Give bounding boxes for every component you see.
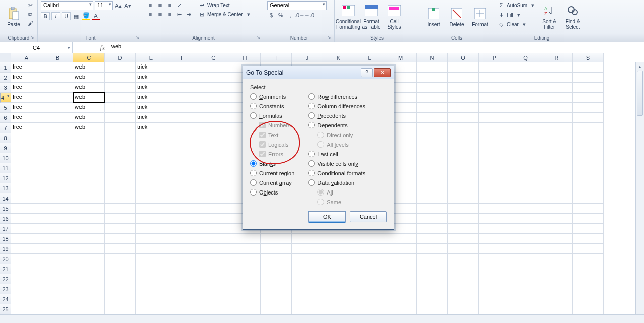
cell[interactable] xyxy=(510,264,541,274)
cell[interactable] xyxy=(73,183,105,193)
option-visible[interactable]: Visible cells only xyxy=(308,160,365,167)
cell[interactable] xyxy=(136,244,167,254)
cell[interactable] xyxy=(448,294,479,304)
cell[interactable] xyxy=(11,143,42,153)
option-datavalid[interactable]: Data validation xyxy=(308,179,365,186)
cell[interactable] xyxy=(42,62,73,73)
cancel-button[interactable]: Cancel xyxy=(350,211,387,222)
cell[interactable] xyxy=(573,234,604,244)
cell[interactable] xyxy=(11,244,42,254)
cell[interactable] xyxy=(479,244,510,254)
bold-button[interactable]: B xyxy=(41,12,50,20)
cell[interactable] xyxy=(167,123,198,133)
cell[interactable] xyxy=(479,284,510,294)
cell[interactable] xyxy=(417,83,448,93)
cell[interactable] xyxy=(448,173,479,183)
cell[interactable] xyxy=(417,204,448,214)
cell[interactable] xyxy=(42,244,73,254)
row-header[interactable]: 4 xyxy=(0,93,11,103)
option-constants[interactable]: Constants xyxy=(250,103,294,109)
cell[interactable] xyxy=(73,214,105,224)
cell[interactable] xyxy=(573,113,604,123)
cell[interactable] xyxy=(479,204,510,214)
cell[interactable] xyxy=(573,173,604,183)
cell[interactable] xyxy=(42,284,73,294)
scrollbar-thumb[interactable] xyxy=(637,71,643,116)
cell[interactable] xyxy=(510,234,541,244)
italic-button[interactable]: I xyxy=(51,12,60,20)
radio-visible[interactable] xyxy=(308,160,315,167)
option-coldiff[interactable]: Column differences xyxy=(308,103,365,109)
cell[interactable] xyxy=(573,193,604,204)
cell[interactable] xyxy=(510,183,541,193)
option-rowdiff[interactable]: Row differences xyxy=(308,93,365,100)
cell[interactable] xyxy=(448,244,479,254)
cell[interactable] xyxy=(105,193,136,204)
cell[interactable] xyxy=(167,264,198,274)
cell[interactable] xyxy=(261,304,292,314)
cell[interactable] xyxy=(167,143,198,153)
row-header[interactable]: 3 xyxy=(0,83,11,93)
cell[interactable] xyxy=(448,143,479,153)
cell[interactable] xyxy=(417,93,448,103)
radio-coldiff[interactable] xyxy=(308,103,315,109)
cell[interactable] xyxy=(479,264,510,274)
cell[interactable] xyxy=(136,284,167,294)
cell[interactable] xyxy=(42,214,73,224)
row-header[interactable]: 14 xyxy=(0,193,11,204)
cell[interactable] xyxy=(105,254,136,264)
column-header[interactable]: D xyxy=(105,53,136,62)
cell[interactable] xyxy=(541,214,573,224)
cell[interactable] xyxy=(448,103,479,113)
cell[interactable] xyxy=(448,123,479,133)
cell[interactable] xyxy=(417,274,448,284)
cell[interactable] xyxy=(417,153,448,163)
radio-formulas[interactable] xyxy=(250,112,257,119)
cell[interactable] xyxy=(573,73,604,83)
cell[interactable] xyxy=(167,244,198,254)
column-header[interactable]: K xyxy=(323,53,354,62)
cell[interactable] xyxy=(11,274,42,284)
percent-icon[interactable]: % xyxy=(277,11,285,19)
cell[interactable] xyxy=(167,183,198,193)
cell[interactable] xyxy=(448,183,479,193)
cell[interactable] xyxy=(479,62,510,73)
cell[interactable] xyxy=(323,284,354,294)
vertical-scrollbar[interactable]: ▲ ▼ xyxy=(635,62,644,322)
cell[interactable] xyxy=(42,113,73,123)
cell[interactable] xyxy=(292,284,323,294)
cell[interactable] xyxy=(573,103,604,113)
dialog-launcher-icon[interactable]: ↘ xyxy=(136,35,142,41)
currency-icon[interactable]: $ xyxy=(267,11,275,19)
radio-rowdiff[interactable] xyxy=(308,93,315,100)
column-header[interactable]: A xyxy=(11,53,42,62)
cell[interactable] xyxy=(73,224,105,234)
cell[interactable] xyxy=(510,93,541,103)
cell[interactable] xyxy=(136,264,167,274)
cell[interactable] xyxy=(42,254,73,264)
cell[interactable] xyxy=(417,244,448,254)
cell[interactable] xyxy=(42,234,73,244)
cell-styles-button[interactable]: Cell Styles xyxy=(384,1,405,32)
cell[interactable] xyxy=(42,133,73,143)
delete-button[interactable]: Delete xyxy=(446,1,467,32)
scroll-up-icon[interactable]: ▲ xyxy=(636,62,644,71)
radio-comments[interactable] xyxy=(250,93,257,100)
cell[interactable]: free xyxy=(11,103,42,113)
font-color-icon[interactable]: A xyxy=(92,12,100,20)
cell[interactable] xyxy=(42,73,73,83)
cell[interactable] xyxy=(541,83,573,93)
cell[interactable] xyxy=(198,83,229,93)
cell[interactable] xyxy=(167,103,198,113)
column-header[interactable]: N xyxy=(417,53,448,62)
row-header[interactable]: 19 xyxy=(0,244,11,254)
cell[interactable] xyxy=(11,163,42,173)
cell[interactable] xyxy=(510,224,541,234)
cell[interactable]: trick xyxy=(136,83,167,93)
cell[interactable] xyxy=(510,284,541,294)
cell[interactable] xyxy=(541,163,573,173)
cell[interactable] xyxy=(541,264,573,274)
row-header[interactable]: 25 xyxy=(0,304,11,314)
cell[interactable] xyxy=(198,214,229,224)
cell[interactable] xyxy=(73,234,105,244)
